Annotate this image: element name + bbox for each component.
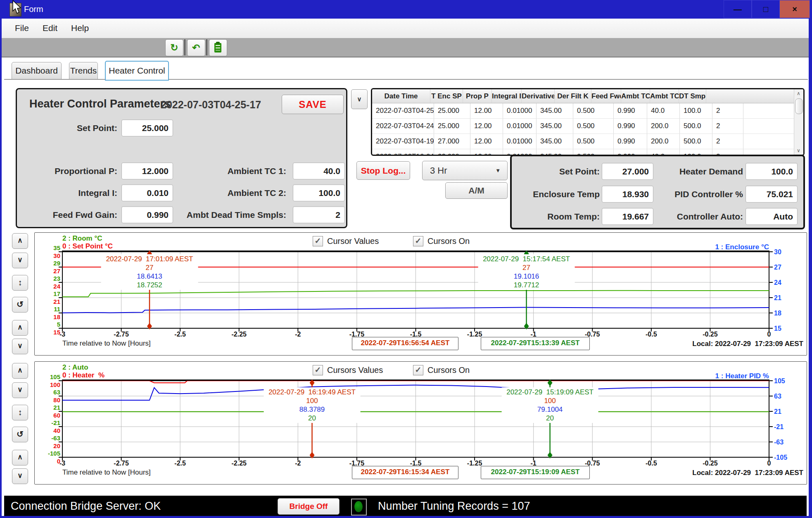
feed-fwd-label: Feed Fwd Gain: bbox=[20, 206, 117, 223]
table-cell: 345.00 bbox=[537, 103, 573, 118]
scroll-up-icon[interactable]: ∧ bbox=[794, 89, 803, 98]
y-axis-right-0: 30 bbox=[774, 248, 803, 256]
annotation-line: 2022-07-29 17:01:09 AEST bbox=[106, 255, 193, 263]
ambient-tc2-field[interactable]: 100.0 bbox=[293, 184, 345, 201]
annotation-line: 2022-07-29 16:19:49 AEST bbox=[268, 388, 356, 396]
save-button[interactable]: SAVE bbox=[282, 95, 344, 114]
table-cell: 27.000 bbox=[434, 134, 470, 149]
refresh-icon[interactable]: ↻ bbox=[165, 39, 183, 56]
expander-button[interactable]: ∨ bbox=[351, 89, 368, 109]
y-axis-left-red-1: 27 bbox=[35, 267, 60, 275]
checkbox-cursor-values[interactable]: ✓Cursor Values bbox=[313, 236, 379, 246]
auto-manual-button[interactable]: A/M bbox=[445, 182, 508, 199]
y-axis-left-green-0: 105 bbox=[35, 373, 60, 380]
pid-controller-field[interactable]: 75.021 bbox=[746, 186, 798, 203]
x-axis-tick-10: -0.5 bbox=[637, 331, 666, 338]
tab-dashboard[interactable]: Dashboard bbox=[12, 62, 62, 79]
table-header-cell: Derivative D bbox=[522, 89, 555, 103]
live-set-point-field[interactable]: 27.000 bbox=[602, 163, 653, 180]
annotation-line: 100 bbox=[268, 396, 356, 405]
menu-help[interactable]: Help bbox=[68, 19, 92, 38]
x-axis-label: Time relative to Now [Hours] bbox=[62, 339, 151, 348]
maximize-button[interactable]: □ bbox=[752, 0, 780, 18]
table-header-cell: Der Filt K bbox=[555, 89, 591, 103]
x-axis-tick-0: -3 bbox=[48, 460, 77, 467]
minimize-button[interactable]: — bbox=[724, 0, 752, 18]
undo-icon[interactable]: ↶ bbox=[187, 39, 205, 56]
table-cell: 2 bbox=[712, 119, 743, 134]
checkbox-icon[interactable]: ✓ bbox=[413, 365, 423, 375]
menu-bar: File Edit Help bbox=[0, 19, 812, 38]
zoom-vertical-button[interactable]: ↕ bbox=[12, 275, 28, 291]
pan-down-button[interactable]: ∨ bbox=[12, 468, 28, 484]
set-point-field[interactable]: 25.000 bbox=[121, 119, 173, 136]
y-axis-right-1: 63 bbox=[774, 393, 803, 400]
controller-auto-field[interactable]: Auto bbox=[746, 208, 798, 225]
table-header-cell: Prop P bbox=[463, 89, 492, 103]
checkbox-label: Cursors On bbox=[427, 236, 470, 246]
local-time-label: Local: 2022-07-29 17:23:09 AEST bbox=[638, 340, 803, 348]
table-cell: 12.00 bbox=[470, 103, 503, 118]
y-axis-left-green-4: -63 bbox=[35, 434, 60, 442]
menu-file[interactable]: File bbox=[12, 19, 32, 38]
stop-log-button[interactable]: Stop Log... bbox=[356, 161, 410, 180]
y-axis-left-green-5: -105 bbox=[35, 450, 60, 457]
scroll-down-button[interactable]: ∨ bbox=[12, 253, 28, 268]
close-button[interactable]: × bbox=[779, 0, 810, 18]
x-axis-tick-2: -2.5 bbox=[166, 331, 195, 338]
window-border-right bbox=[809, 19, 812, 518]
pan-up-button[interactable]: ∧ bbox=[12, 320, 28, 336]
table-row[interactable]: 2022-07-03T04-24-2225.00012.000.01000345… bbox=[372, 119, 803, 134]
led-green bbox=[354, 501, 363, 512]
pan-down-button[interactable]: ∨ bbox=[12, 339, 28, 354]
scroll-up-button[interactable]: ∧ bbox=[12, 233, 28, 249]
zoom-vertical-button[interactable]: ↕ bbox=[12, 405, 28, 420]
time-range-select[interactable]: 3 Hr ▼ bbox=[422, 161, 508, 180]
checkbox-cursors-on[interactable]: ✓Cursors On bbox=[413, 365, 470, 375]
reset-view-button[interactable]: ↺ bbox=[12, 297, 28, 313]
ambt-dead-time-field[interactable]: 2 bbox=[293, 206, 345, 223]
ambient-tc1-field[interactable]: 40.0 bbox=[293, 162, 345, 179]
legend-right: 1 : Enclosure °C bbox=[715, 243, 769, 251]
enclosure-temp-field[interactable]: 18.930 bbox=[602, 186, 653, 203]
integral-field[interactable]: 0.010 bbox=[121, 184, 173, 201]
table-cell: 0.500 bbox=[573, 103, 614, 118]
y-axis-left-red-4: 20 bbox=[35, 442, 60, 449]
table-cell: 23.000 bbox=[434, 149, 470, 156]
room-temp-label: Room Temp: bbox=[515, 208, 600, 225]
heater-output-trend-chart: 2 : Auto0 : Heater %1 : Heater PID %✓Cur… bbox=[34, 361, 807, 485]
pan-up-button[interactable]: ∧ bbox=[12, 450, 28, 465]
controller-auto-label: Controller Auto: bbox=[655, 208, 743, 225]
table-cell: 2 bbox=[712, 134, 743, 149]
table-row[interactable]: 2022-07-03T04-25-1725.00012.000.01000345… bbox=[372, 103, 803, 119]
room-temp-field[interactable]: 19.667 bbox=[602, 208, 653, 225]
scroll-down-button[interactable]: ∨ bbox=[12, 382, 28, 398]
tab-heater-control[interactable]: Heater Control bbox=[105, 61, 169, 81]
checkbox-icon[interactable]: ✓ bbox=[313, 365, 323, 375]
menu-edit[interactable]: Edit bbox=[39, 19, 61, 38]
proportional-field[interactable]: 12.000 bbox=[121, 162, 173, 179]
toolbar-separator bbox=[184, 39, 185, 55]
checkbox-icon[interactable]: ✓ bbox=[313, 236, 323, 246]
tab-trends[interactable]: Trends bbox=[69, 62, 98, 79]
table-row[interactable]: 2022-07-03T04-19-1327.00012.000.01000345… bbox=[372, 134, 803, 149]
checkbox-cursors-on[interactable]: ✓Cursors On bbox=[413, 236, 470, 246]
clipboard-icon[interactable] bbox=[209, 39, 227, 56]
heater-demand-field[interactable]: 100.0 bbox=[746, 163, 798, 180]
table-header-cell: DT Smpls bbox=[679, 89, 706, 103]
checkbox-icon[interactable]: ✓ bbox=[413, 236, 423, 246]
scroll-down-icon[interactable]: ∨ bbox=[794, 146, 803, 155]
table-header-cell: Date Time bbox=[372, 89, 430, 103]
scrollbar-thumb[interactable] bbox=[795, 98, 803, 114]
y-axis-left-green-2: 23 bbox=[35, 275, 60, 282]
scroll-up-button[interactable]: ∧ bbox=[12, 363, 28, 379]
table-scrollbar[interactable]: ∧∨ bbox=[794, 89, 803, 155]
reset-view-button[interactable]: ↺ bbox=[12, 427, 28, 442]
y-axis-left-red-1: 80 bbox=[35, 396, 60, 403]
checkbox-cursors-values[interactable]: ✓Cursors Values bbox=[313, 365, 383, 375]
x-axis-tick-10: -0.5 bbox=[637, 460, 666, 467]
table-header-cell: Ambt TC 1 bbox=[621, 89, 650, 103]
cursor-datebox-green: 2022-07-29T15:19:09 AEST bbox=[481, 466, 590, 479]
bridge-off-button[interactable]: Bridge Off bbox=[278, 498, 340, 515]
table-cell: 500.0 bbox=[680, 119, 712, 134]
